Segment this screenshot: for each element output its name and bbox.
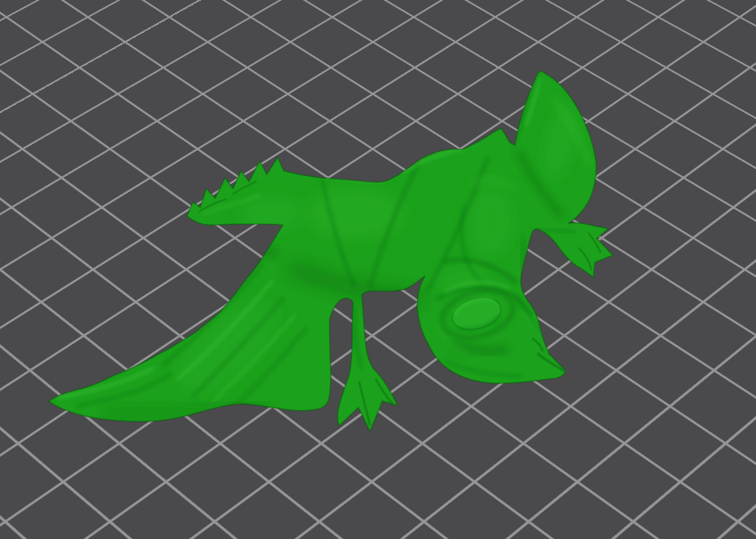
viewport-3d[interactable]	[0, 0, 756, 539]
dragon-model[interactable]	[0, 0, 756, 539]
